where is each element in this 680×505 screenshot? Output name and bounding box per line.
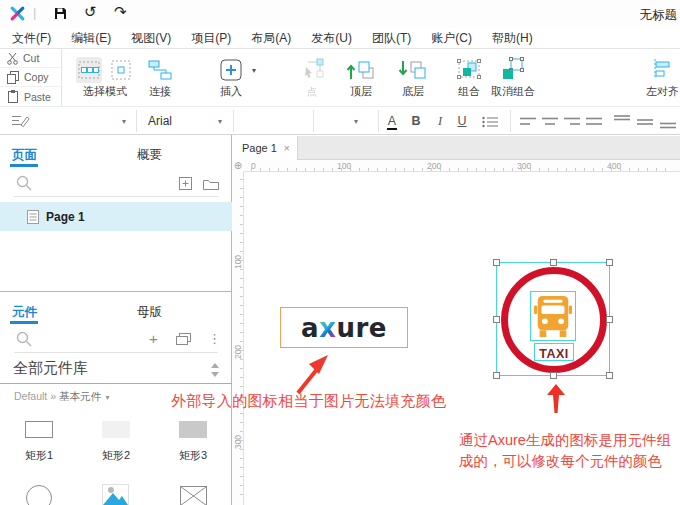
widget-rectangle2-thumb[interactable] <box>102 421 130 438</box>
vertical-align-top-button[interactable] <box>614 115 630 128</box>
tab-pages[interactable]: 页面 <box>12 147 37 164</box>
menu-file[interactable]: 文件(F) <box>2 28 61 48</box>
align-left-button[interactable] <box>649 57 675 81</box>
style-preset-dropdown[interactable]: ▾ <box>2 107 136 135</box>
connect-button[interactable] <box>147 57 173 83</box>
font-color-button[interactable]: A <box>384 114 400 128</box>
paste-icon <box>7 90 19 103</box>
italic-button[interactable]: I <box>432 114 448 129</box>
tab-widgets[interactable]: 元件 <box>12 304 37 321</box>
clipboard-block: Cut Copy Paste <box>0 49 62 106</box>
chevron-down-icon: ▾ <box>122 117 126 126</box>
widget-placeholder-thumb[interactable] <box>180 486 207 505</box>
selection-handle[interactable] <box>606 372 613 379</box>
widget-ellipse-thumb[interactable] <box>26 485 52 505</box>
connect-icon <box>148 59 172 81</box>
add-page-button[interactable] <box>179 177 192 190</box>
font-family-dropdown[interactable]: Arial ▾ <box>137 107 233 135</box>
tab-masters[interactable]: 母版 <box>137 304 162 321</box>
select-chevrons-icon <box>211 363 219 377</box>
text-align-right-icon <box>564 117 580 127</box>
widget-rectangle3-thumb[interactable] <box>179 421 207 438</box>
text-align-justify-button[interactable] <box>586 117 602 127</box>
selection-handle[interactable] <box>550 259 557 266</box>
widget-rectangle2-label: 矩形2 <box>88 448 144 463</box>
undo-button[interactable]: ↺ <box>84 4 97 20</box>
imported-axure-logo-widget[interactable]: axure <box>280 307 408 348</box>
menu-project[interactable]: 项目(P) <box>181 28 241 48</box>
divider <box>14 352 218 353</box>
font-style-dropdown[interactable] <box>234 107 313 135</box>
pages-search-input[interactable] <box>16 175 32 191</box>
selection-bounding-box[interactable] <box>496 262 610 376</box>
bullet-list-button[interactable] <box>482 116 499 128</box>
add-library-button[interactable]: + <box>149 330 158 347</box>
selection-handle[interactable] <box>493 316 500 323</box>
close-icon[interactable]: × <box>284 142 290 154</box>
selection-contain-icon <box>111 60 131 80</box>
selection-mode-contain-button[interactable] <box>108 57 134 83</box>
menu-view[interactable]: 视图(V) <box>121 28 181 48</box>
breadcrumb-separator: » <box>50 390 56 402</box>
connect-label: 连接 <box>146 84 174 99</box>
vertical-align-bottom-button[interactable] <box>660 118 676 129</box>
menu-publish[interactable]: 发布(U) <box>301 28 362 48</box>
ruler-origin-icon[interactable]: ⊕ <box>232 160 244 172</box>
menu-team[interactable]: 团队(T) <box>362 28 421 48</box>
widget-rectangle1-thumb[interactable] <box>25 421 53 438</box>
widget-image-thumb[interactable] <box>102 484 129 505</box>
tab-outline[interactable]: 概要 <box>137 147 162 164</box>
send-to-back-button[interactable] <box>397 57 429 83</box>
folder-icon <box>203 178 219 190</box>
sidebar-item-page1[interactable]: Page 1 <box>0 202 232 231</box>
selection-handle[interactable] <box>606 316 613 323</box>
canvas-tab-page1[interactable]: Page 1 × <box>232 136 298 160</box>
main-toolbar: Cut Copy Paste <box>0 49 680 106</box>
redo-button[interactable]: ↷ <box>114 4 127 20</box>
cut-button[interactable]: Cut <box>0 49 61 68</box>
bold-button[interactable]: B <box>408 114 424 128</box>
logo-letter-a: a <box>301 313 319 343</box>
selection-handle[interactable] <box>493 372 500 379</box>
selection-handle[interactable] <box>550 372 557 379</box>
paste-button[interactable]: Paste <box>0 87 61 106</box>
insert-caret-icon[interactable]: ▾ <box>252 66 256 75</box>
active-tab-underline <box>10 164 38 167</box>
bring-to-front-button[interactable] <box>345 57 377 83</box>
annotation-axure-icon-note: 通过Axure生成的图标是用元件组 成的，可以修改每个元件的颜色 <box>459 430 671 472</box>
library-select[interactable]: 全部元件库 <box>13 359 219 384</box>
copy-button[interactable]: Copy <box>0 68 61 87</box>
add-folder-button[interactable] <box>203 178 219 190</box>
insert-button[interactable] <box>219 58 243 82</box>
save-button[interactable] <box>54 7 67 20</box>
group-button[interactable] <box>455 55 483 83</box>
menu-edit[interactable]: 编辑(E) <box>61 28 121 48</box>
vertical-ruler: 100 200 300 <box>232 172 244 505</box>
widget-rectangle1-label: 矩形1 <box>11 448 67 463</box>
logo-letters-ure: ure <box>336 313 386 343</box>
ungroup-button[interactable] <box>498 55 526 83</box>
ruler-label: 300 <box>517 161 531 171</box>
send-to-back-label: 底层 <box>400 84 426 99</box>
text-align-left-button[interactable] <box>520 117 536 127</box>
selection-mode-intersect-button[interactable] <box>76 57 102 83</box>
font-family-value: Arial <box>148 114 172 128</box>
text-align-right-button[interactable] <box>564 117 580 127</box>
menu-account[interactable]: 账户(C) <box>421 28 482 48</box>
menu-layout[interactable]: 布局(A) <box>241 28 301 48</box>
font-size-dropdown[interactable]: ▾ <box>314 107 378 135</box>
axure-logo-icon <box>9 5 26 22</box>
breadcrumb[interactable]: Default » 基本元件 ▼ <box>14 390 111 404</box>
point-tool-button[interactable] <box>298 55 326 83</box>
selection-handle[interactable] <box>493 259 500 266</box>
library-stack-button[interactable] <box>176 333 191 345</box>
widget-rectangle3-label: 矩形3 <box>165 448 221 463</box>
underline-button[interactable]: U <box>454 114 470 128</box>
widgets-more-button[interactable]: ⋮ <box>208 331 221 346</box>
vertical-align-middle-button[interactable] <box>637 117 653 128</box>
text-align-center-button[interactable] <box>542 117 558 127</box>
menu-help[interactable]: 帮助(H) <box>482 28 543 48</box>
widgets-search-input[interactable] <box>16 331 32 347</box>
selection-handle[interactable] <box>606 259 613 266</box>
copy-icon <box>7 71 19 84</box>
